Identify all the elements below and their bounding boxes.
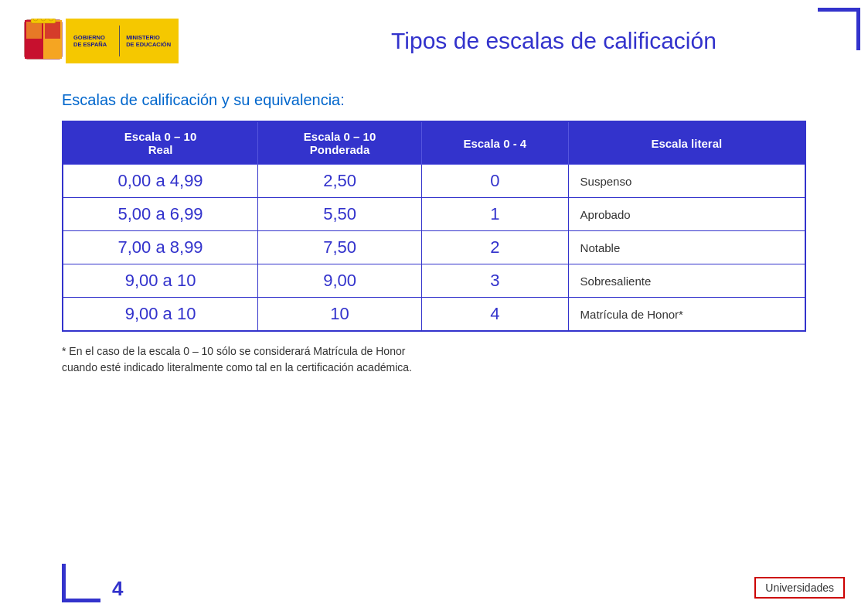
col-header-escala-4: Escala 0 - 4 xyxy=(422,121,569,165)
col-header-escala-literal: Escala literal xyxy=(568,121,805,165)
page-title: Tipos de escalas de calificación xyxy=(247,28,845,54)
footnote: * En el caso de la escala 0 – 10 sólo se… xyxy=(62,343,806,376)
cell-literal-5: Matrícula de Honor* xyxy=(568,298,805,332)
logo-area: GOBIERNO DE ESPAÑA MINISTERIO DE EDUCACI… xyxy=(23,14,247,68)
cell-ponderada-2: 5,50 xyxy=(258,198,422,231)
svg-rect-3 xyxy=(26,22,42,39)
ministerio-label: MINISTERIO xyxy=(126,34,171,41)
cell-escala4-1: 0 xyxy=(422,165,569,198)
cell-ponderada-3: 7,50 xyxy=(258,231,422,264)
footnote-text: * En el caso de la escala 0 – 10 sólo se… xyxy=(62,343,806,376)
cell-ponderada-5: 10 xyxy=(258,298,422,332)
header: GOBIERNO DE ESPAÑA MINISTERIO DE EDUCACI… xyxy=(0,0,868,76)
cell-escala4-2: 1 xyxy=(422,198,569,231)
table-header-row: Escala 0 – 10Real Escala 0 – 10Ponderada… xyxy=(63,121,805,165)
cell-literal-3: Notable xyxy=(568,231,805,264)
cell-literal-2: Aprobado xyxy=(568,198,805,231)
svg-rect-4 xyxy=(45,22,60,39)
col-header-escala-ponderada: Escala 0 – 10Ponderada xyxy=(258,121,422,165)
table-row: 9,00 a 10 10 4 Matrícula de Honor* xyxy=(63,298,805,332)
corner-decoration-top-right xyxy=(818,8,860,50)
cell-range-5: 9,00 a 10 xyxy=(63,298,258,332)
gobierno-label: GOBIERNO xyxy=(73,34,107,41)
grading-table: Escala 0 – 10Real Escala 0 – 10Ponderada… xyxy=(62,121,806,332)
cell-escala4-5: 4 xyxy=(422,298,569,332)
cell-escala4-4: 3 xyxy=(422,264,569,298)
table-row: 5,00 a 6,99 5,50 1 Aprobado xyxy=(63,198,805,231)
svg-rect-6 xyxy=(45,40,60,57)
page-number: 4 xyxy=(112,578,123,602)
table-container: Escala 0 – 10Real Escala 0 – 10Ponderada… xyxy=(62,121,806,332)
cell-ponderada-1: 2,50 xyxy=(258,165,422,198)
svg-rect-5 xyxy=(26,40,42,57)
espana-label: DE ESPAÑA xyxy=(73,41,107,48)
corner-decoration-bottom-left xyxy=(62,564,100,602)
cell-range-1: 0,00 a 4,99 xyxy=(63,165,258,198)
cell-literal-4: Sobresaliente xyxy=(568,264,805,298)
cell-literal-1: Suspenso xyxy=(568,165,805,198)
cell-ponderada-4: 9,00 xyxy=(258,264,422,298)
footer: 4 Universidades xyxy=(0,564,868,614)
educacion-label: DE EDUCACIÓN xyxy=(126,41,171,48)
cell-escala4-3: 2 xyxy=(422,231,569,264)
col-header-escala-real: Escala 0 – 10Real xyxy=(63,121,258,165)
logo-divider xyxy=(119,26,120,56)
page-number-area: 4 xyxy=(62,564,123,602)
coat-of-arms-icon xyxy=(23,19,63,63)
cell-range-3: 7,00 a 8,99 xyxy=(63,231,258,264)
table-row: 7,00 a 8,99 7,50 2 Notable xyxy=(63,231,805,264)
table-row: 0,00 a 4,99 2,50 0 Suspenso xyxy=(63,165,805,198)
cell-range-2: 5,00 a 6,99 xyxy=(63,198,258,231)
universidades-badge: Universidades xyxy=(754,577,845,599)
table-row: 9,00 a 10 9,00 3 Sobresaliente xyxy=(63,264,805,298)
subtitle: Escalas de calificación y su equivalenci… xyxy=(62,91,806,109)
gobierno-text: GOBIERNO DE ESPAÑA xyxy=(73,34,107,48)
ministerio-text: MINISTERIO DE EDUCACIÓN xyxy=(126,34,171,48)
cell-range-4: 9,00 a 10 xyxy=(63,264,258,298)
logo-yellow-banner: GOBIERNO DE ESPAÑA MINISTERIO DE EDUCACI… xyxy=(66,19,179,63)
